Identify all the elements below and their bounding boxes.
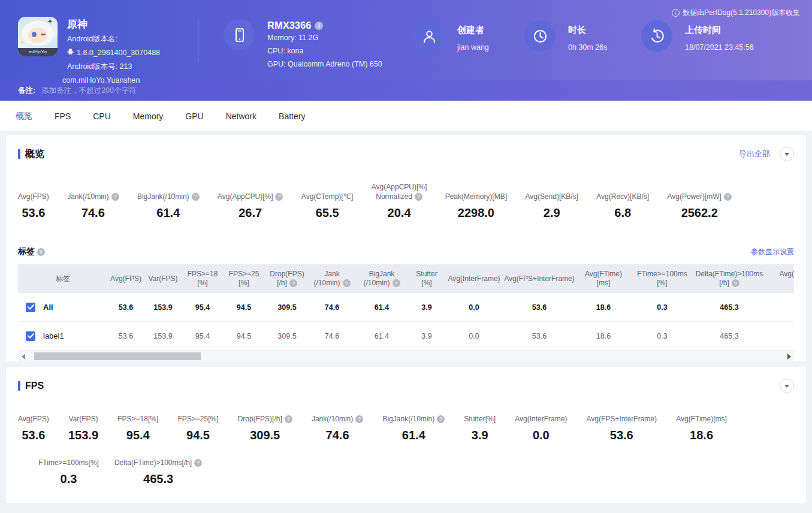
- metric-value: 74.6: [326, 428, 349, 442]
- metric-label: Peak(Memory)[MB]: [445, 192, 507, 201]
- table-value-cell: 153.9: [144, 322, 182, 350]
- table-value-cell: 94.5: [223, 322, 265, 350]
- metric-label-text: Var(FPS): [68, 414, 98, 424]
- metric-value: 95.4: [126, 428, 150, 442]
- column-header: Stutter[%]: [409, 264, 445, 293]
- app-icon-art: [41, 34, 46, 35]
- column-header-line1: Var(FPS): [148, 274, 177, 283]
- device-info-icon[interactable]: i: [315, 22, 323, 30]
- metric: Jank(/10min)?74.6: [67, 192, 119, 220]
- column-header-line2: (/10min): [313, 279, 340, 288]
- metric-label: FPS>=18[%]: [117, 414, 158, 424]
- scroll-left-button[interactable]: [18, 351, 28, 361]
- tab-5[interactable]: Network: [225, 109, 258, 123]
- metric: Stutter[%]3.9: [464, 414, 496, 442]
- help-icon[interactable]: ?: [111, 193, 119, 201]
- help-icon[interactable]: ?: [275, 193, 283, 201]
- column-header-line1: Drop(FPS): [270, 270, 304, 279]
- app-name: 原神: [67, 17, 160, 31]
- column-header-line1: FTime>=100ms: [637, 270, 687, 279]
- metric-value: 26.7: [239, 206, 262, 220]
- scroll-right-button[interactable]: [784, 351, 794, 361]
- labels-table: 标签Avg(FPS)Var(FPS)FPS>=18[%]FPS>=25[%]Dr…: [18, 264, 794, 361]
- metric: Avg(Send)[KB/s]2.9: [525, 192, 578, 220]
- column-header: Delta(FTime)>100ms[/h]?: [693, 264, 766, 293]
- remark-input[interactable]: [40, 86, 424, 95]
- column-header: FTime>=100ms[%]: [632, 264, 693, 293]
- column-header-line1: FPS>=18: [188, 270, 218, 279]
- column-header-line1: Delta(FTime)>100ms: [696, 270, 763, 279]
- column-header-line2: [/h]: [719, 279, 729, 288]
- tab-6[interactable]: Battery: [277, 109, 306, 123]
- column-header: Avg(AppCPU)[%]: [766, 264, 794, 293]
- metric: FTime>=100ms[%]0.3: [38, 458, 99, 486]
- overview-collapse-button[interactable]: [780, 147, 794, 161]
- metric-label: Jank(/10min)?: [67, 192, 119, 201]
- help-icon[interactable]: ?: [343, 279, 351, 287]
- metric: Var(FPS)153.9: [68, 414, 98, 442]
- metric-label-text: BigJank(/10min): [382, 414, 434, 424]
- metric-value: 2.9: [544, 206, 560, 220]
- help-icon[interactable]: ?: [415, 193, 422, 201]
- label-checkbox[interactable]: [26, 303, 35, 312]
- app-package-name: com.miHoYo.Yuanshen: [62, 76, 160, 85]
- row-label-cell: All: [18, 293, 108, 321]
- help-icon[interactable]: ?: [289, 279, 297, 287]
- scrollbar-thumb[interactable]: [34, 352, 201, 360]
- column-header-line1: Avg(FTime): [585, 270, 622, 279]
- help-icon[interactable]: ?: [393, 279, 400, 287]
- column-header: FPS>=25[%]: [223, 264, 265, 293]
- upload-time-value: 18/07/2021 23:45:56: [685, 43, 754, 52]
- tab-2[interactable]: CPU: [92, 109, 112, 123]
- tab-4[interactable]: GPU: [184, 109, 204, 123]
- tab-bar: 概览FPSCPUMemoryGPUNetworkBattery: [0, 101, 812, 132]
- tab-3[interactable]: Memory: [132, 109, 165, 123]
- metric-label: BigJank(/10min)?: [137, 192, 200, 201]
- table-value-cell: 95.4: [182, 322, 223, 350]
- help-icon[interactable]: ?: [355, 415, 363, 423]
- metric-label-text: Avg(AppCPU)[%]: [218, 192, 273, 201]
- help-icon[interactable]: ?: [192, 193, 200, 201]
- metric-value: 61.4: [402, 428, 425, 442]
- fps-card: FPS Avg(FPS)53.6Var(FPS)153.9FPS>=18[%]9…: [6, 367, 806, 503]
- metric-label: Drop(FPS)[/h]?: [238, 414, 292, 424]
- tab-0[interactable]: 概览: [14, 108, 34, 124]
- upload-time-label: 上传时间: [685, 25, 754, 36]
- parameter-display-settings-link[interactable]: 参数显示设置: [751, 247, 794, 257]
- metric-value: 18.6: [690, 428, 713, 442]
- metric-label: Delta(FTime)>100ms[/h]?: [114, 458, 202, 467]
- metric: Avg(FPS)53.6: [18, 414, 49, 442]
- table-horizontal-scrollbar[interactable]: [18, 351, 794, 361]
- help-icon[interactable]: ?: [437, 415, 445, 423]
- fps-collapse-button[interactable]: [780, 379, 794, 393]
- table-value-cell: 53.6: [108, 322, 144, 350]
- table-value-cell: 95.4: [182, 293, 223, 321]
- metric-value: 2562.2: [681, 206, 718, 220]
- app-info-block: miHoYo 原神 Android版本名: 1.6.0_2961400_3070…: [18, 17, 160, 85]
- metric-label: Avg(FTime)[ms]: [676, 414, 727, 424]
- metric: BigJank(/10min)?61.4: [137, 192, 200, 220]
- metric: Avg(FTime)[ms]18.6: [676, 414, 727, 442]
- scrollbar-track[interactable]: [28, 352, 784, 360]
- help-icon[interactable]: ?: [732, 279, 739, 287]
- metric-label-text: FPS>=18[%]: [117, 414, 158, 424]
- help-icon[interactable]: ?: [194, 459, 202, 467]
- column-header: Avg(FPS+InterFrame): [503, 264, 575, 293]
- column-header-line2: [/h]: [277, 279, 287, 288]
- help-icon[interactable]: ?: [285, 415, 292, 423]
- help-icon[interactable]: ?: [724, 193, 732, 201]
- column-header-line2: (/10min): [363, 279, 390, 288]
- metric-value: 20.4: [388, 206, 411, 220]
- table-value-cell: 26.7: [766, 322, 794, 350]
- metric-label-text-line2: Normalized: [376, 192, 412, 201]
- label-checkbox[interactable]: [26, 331, 35, 341]
- metric-label-text: Peak(Memory)[MB]: [445, 192, 507, 201]
- section-accent-bar: [18, 381, 20, 391]
- table-value-cell: 26.7: [766, 293, 794, 321]
- tab-1[interactable]: FPS: [53, 109, 72, 123]
- android-version-name: 1.6.0_2961400_3070488: [77, 47, 160, 59]
- help-icon[interactable]: ?: [37, 248, 45, 256]
- export-all-link[interactable]: 导出全部: [739, 149, 770, 159]
- metric-value: 465.3: [143, 472, 173, 486]
- metric-value: 0.3: [61, 472, 77, 486]
